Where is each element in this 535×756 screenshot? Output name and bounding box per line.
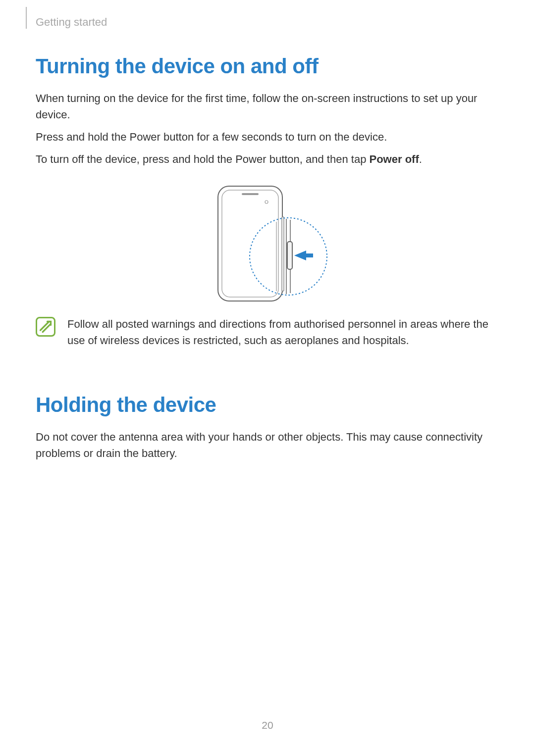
note-text: Follow all posted warnings and direction…	[67, 316, 499, 349]
svg-marker-10	[294, 251, 313, 260]
phone-power-button-illustration	[203, 182, 332, 306]
svg-rect-9	[287, 242, 292, 269]
power-off-label: Power off	[370, 153, 419, 165]
breadcrumb: Getting started	[36, 16, 107, 29]
paragraph-turn-off: To turn off the device, press and hold t…	[36, 151, 499, 167]
svg-rect-4	[282, 217, 284, 291]
heading-turning-on-off: Turning the device on and off	[36, 54, 499, 78]
paragraph-turn-off-suffix: .	[419, 153, 422, 165]
paragraph-antenna-warning: Do not cover the antenna area with your …	[36, 429, 499, 461]
figure-power-button	[36, 182, 499, 306]
paragraph-turn-on: Press and hold the Power button for a fe…	[36, 129, 499, 145]
svg-rect-1	[222, 190, 278, 297]
paragraph-turn-off-prefix: To turn off the device, press and hold t…	[36, 153, 370, 165]
paragraph-first-time-setup: When turning on the device for the first…	[36, 90, 499, 123]
note-row-wireless-restrictions: Follow all posted warnings and direction…	[36, 316, 499, 349]
header-vertical-rule	[26, 7, 27, 29]
svg-rect-2	[242, 193, 259, 195]
page-number: 20	[0, 719, 535, 731]
page-content: Turning the device on and off When turni…	[36, 50, 499, 467]
heading-holding-device: Holding the device	[36, 393, 499, 417]
svg-point-3	[265, 201, 268, 203]
svg-rect-0	[218, 186, 282, 301]
note-icon	[36, 317, 55, 337]
